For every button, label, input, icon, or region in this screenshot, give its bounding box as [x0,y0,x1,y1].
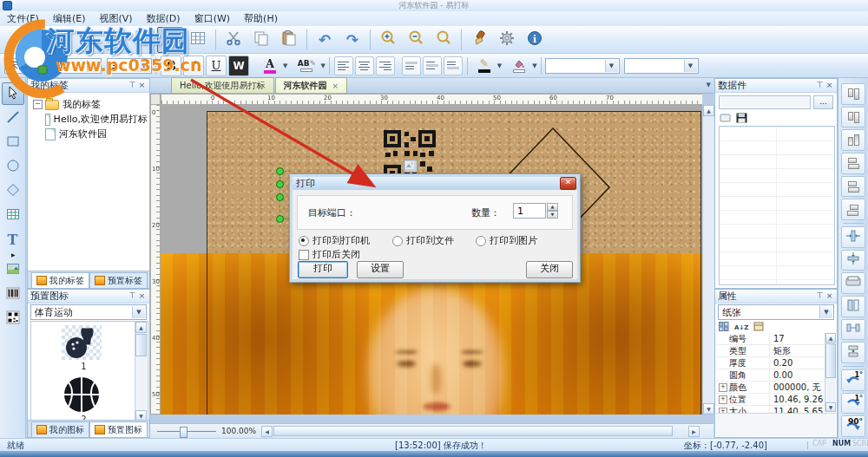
property-row[interactable]: 编号17 [716,333,825,345]
icon-item-1[interactable] [62,325,102,360]
diamond-tool[interactable] [2,180,24,202]
line-color-dropdown[interactable]: ▼ [497,62,502,69]
tree-item[interactable]: 河东软件园 [33,127,148,141]
menu-window[interactable]: 窗口(W) [187,12,237,25]
browse-button[interactable]: ... [813,95,833,109]
close-icon[interactable]: × [137,81,147,90]
scroll-thumb[interactable] [135,334,147,356]
font-name-combo[interactable]: 宋体▼ [4,58,102,74]
font-color-dropdown[interactable]: ▼ [283,62,287,69]
menu-view[interactable]: 视图(V) [92,12,139,25]
same-height-button[interactable] [841,319,865,341]
fill-color-button[interactable] [507,55,531,76]
zoom-out-button[interactable] [403,27,429,53]
table-button[interactable] [185,27,211,53]
checkbox-close-after-print[interactable]: 打印后关闭 [299,248,360,261]
inverse-button[interactable]: W [228,55,249,76]
same-width-button[interactable] [841,296,865,317]
scroll-up-arrow[interactable]: ▲ [703,105,714,116]
pin-icon[interactable]: ⊤ [128,291,137,301]
print-button[interactable] [102,27,128,53]
tab-preset-icons[interactable]: 预置图标 [89,421,148,437]
icon-category-combo[interactable]: 体育运动▼ [30,304,147,320]
selection-handle[interactable] [276,180,284,188]
expand-icon[interactable]: + [719,395,727,404]
icon-list-scrollbar[interactable]: ▲ ▼ [135,322,147,421]
print-dialog-titlebar[interactable]: 打印 [293,177,577,190]
scroll-right-arrow[interactable]: ▶ [688,426,700,437]
copy-button[interactable] [248,27,274,53]
align-left-button[interactable] [841,153,865,174]
redo-button[interactable]: ↷ [339,27,365,53]
close-icon[interactable]: × [137,291,147,301]
fill-color-dropdown[interactable]: ▼ [532,62,536,69]
property-page-icon[interactable] [753,322,764,334]
scroll-left-arrow[interactable]: ◀ [261,426,273,437]
scroll-down-arrow[interactable]: ▼ [825,402,836,412]
line-style-combo[interactable]: ▼ [545,58,620,74]
spinner-down-button[interactable]: ▼ [547,211,558,219]
categorized-icon[interactable] [719,322,729,334]
select-tool[interactable] [2,82,24,105]
tab-list-dropdown[interactable]: ▼ [707,82,711,88]
ab-style-dropdown[interactable]: ▼ [320,62,325,69]
text-tool[interactable]: T [2,228,24,251]
selection-handle[interactable] [276,167,284,175]
rotate-1-cw-button[interactable]: 1° [841,393,865,415]
align-middle-button[interactable] [841,107,865,128]
rotate-90-button[interactable]: 90° [841,415,865,437]
tab-my-icons[interactable]: 我的图标 [31,421,89,437]
save-button[interactable] [74,27,100,53]
align-center-button[interactable] [841,176,865,198]
hscroll-thumb[interactable] [273,426,673,436]
property-row[interactable]: +位置10.46, 9.26 [716,394,825,406]
distribute-v-button[interactable] [841,250,865,271]
center-in-page-button[interactable] [841,342,865,363]
print-button[interactable]: 打印 [298,261,348,278]
line-width-combo[interactable]: ▼ [624,58,699,74]
pin-icon[interactable]: ⊤ [815,81,825,90]
align-right-button[interactable] [841,199,865,220]
property-row[interactable]: +颜色000000, 无 [716,382,825,394]
collapse-icon[interactable]: − [33,100,43,109]
tab-close-icon[interactable]: × [332,82,339,90]
barcode-tool[interactable] [2,283,24,305]
menu-file[interactable]: 文件(F) [0,12,46,25]
data-grid[interactable] [719,126,835,285]
icon-item-2[interactable] [62,375,102,414]
zoom-in-button[interactable] [375,27,401,53]
zoom-slider-thumb[interactable] [180,427,187,438]
tree-root[interactable]: − 我的标签 [33,97,148,112]
quantity-input[interactable] [513,203,546,219]
property-row[interactable]: 类型矩形 [716,345,825,357]
close-icon[interactable]: × [825,291,834,301]
settings-button[interactable] [494,27,520,53]
selection-handle[interactable] [276,215,284,223]
align-left-button[interactable] [334,56,353,75]
more-tools-arrow[interactable]: ▶ [11,251,16,258]
about-button[interactable]: i [522,27,548,53]
property-grid-scrollbar[interactable]: ▲ ▼ [825,333,836,412]
radio-print-to-image[interactable]: 打印到图片 [476,234,537,247]
close-icon[interactable]: × [825,81,834,90]
undo-button[interactable]: ↶ [312,27,338,53]
selection-handle[interactable] [276,193,284,201]
barcode-text-middle-button[interactable] [423,56,442,75]
doc-tab-active[interactable]: 河东软件园× [275,77,348,93]
italic-button[interactable]: I [183,55,204,76]
align-center-button[interactable] [355,56,374,75]
font-size-combo[interactable]: 9▼ [107,58,152,74]
text-tool-button[interactable]: A [129,27,155,53]
table-tool[interactable] [2,204,24,226]
menu-edit[interactable]: 编辑(E) [46,12,93,25]
tree-item[interactable]: Hello,欢迎使用易打标 [33,112,148,127]
pin-icon[interactable]: ⊤ [815,291,825,301]
canvas-vscrollbar[interactable]: ▲ ▼ [702,105,714,415]
rectangle-tool[interactable] [2,131,24,153]
spinner-up-button[interactable]: ▲ [547,203,558,211]
tab-my-labels[interactable]: 我的标签 [31,272,89,288]
radio-print-to-printer[interactable]: 打印到打印机 [299,234,370,247]
line-color-button[interactable]: ✎ [472,55,496,76]
barcode-text-bottom-button[interactable] [444,56,463,75]
sort-az-icon[interactable]: A↓Z [734,324,748,331]
